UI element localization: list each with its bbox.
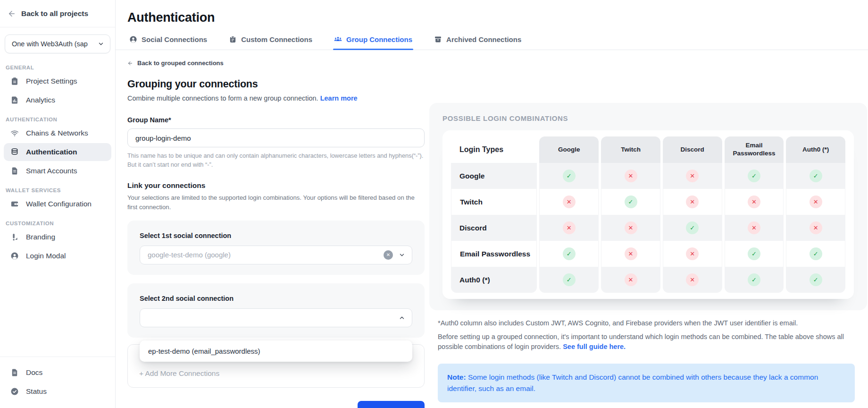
check-icon: ✓	[563, 170, 576, 182]
combinations-description-text: Before setting up a grouped connection, …	[438, 333, 844, 350]
cross-icon: ✕	[563, 196, 576, 208]
table-cell: ✓	[539, 163, 599, 189]
check-icon: ✓	[563, 247, 576, 260]
table-cell: ✕	[539, 189, 599, 215]
sidebar-item-status[interactable]: Status	[4, 382, 111, 400]
group-name-input[interactable]	[127, 128, 425, 147]
section-label-customization: CUSTOMIZATION	[0, 221, 115, 226]
sidebar-item-analytics[interactable]: Analytics	[4, 91, 111, 109]
table-row-label: Email Passwordless	[451, 241, 537, 267]
sidebar-item-label: Branding	[26, 233, 55, 241]
learn-more-link[interactable]: Learn more	[320, 94, 358, 102]
cross-icon: ✕	[686, 170, 699, 182]
section-label-wallet-services: WALLET SERVICES	[0, 187, 115, 193]
table-cell: ✕	[601, 215, 660, 241]
sidebar: Back to all projects One with Web3Auth (…	[0, 0, 116, 408]
first-connection-card: Select 1st social connection google-test…	[127, 221, 425, 275]
sidebar-item-label: Analytics	[26, 96, 55, 104]
sidebar-item-label: Docs	[26, 368, 42, 377]
back-to-projects-label: Back to all projects	[21, 9, 88, 18]
cross-icon: ✕	[686, 247, 699, 260]
check-icon: ✓	[810, 247, 822, 260]
sidebar-item-chains-networks[interactable]: Chains & Networks	[4, 124, 111, 142]
first-connection-label: Select 1st social connection	[140, 232, 412, 239]
table-column-header-discord: Discord	[663, 136, 722, 163]
archived-connections-icon	[434, 35, 442, 43]
clear-selection-icon[interactable]: ✕	[384, 250, 393, 260]
table-row-auth0: Auth0 (*)✓✕✕✓✓	[451, 267, 845, 293]
group-form: Back to grouped connections Grouping you…	[127, 50, 425, 408]
sidebar-item-login-modal[interactable]: Login Modal	[4, 247, 111, 265]
combinations-panel: POSSIBLE LOGIN COMBINATIONS Login TypesG…	[429, 103, 867, 310]
table-row-email-passwordless: Email Passwordless✓✕✕✓✓	[451, 241, 845, 267]
second-connection-select[interactable]	[140, 308, 412, 327]
table-cell: ✕	[539, 215, 599, 241]
authentication-icon	[10, 148, 19, 156]
tab-custom-connections[interactable]: Custom Connections	[228, 34, 313, 50]
table-cell: ✓	[725, 163, 784, 189]
table-cell: ✕	[663, 267, 722, 293]
check-icon: ✓	[810, 273, 822, 286]
sidebar-item-project-settings[interactable]: Project Settings	[4, 72, 111, 90]
note-text: Some login methods (like Twitch and Disc…	[447, 373, 818, 392]
sidebar-item-wallet-configuration[interactable]: Wallet Configuration	[4, 195, 111, 213]
cross-icon: ✕	[563, 221, 576, 234]
table-cell: ✓	[601, 189, 660, 215]
check-icon: ✓	[748, 247, 760, 260]
combinations-table-card: Login TypesGoogleTwitchDiscordEmail Pass…	[442, 130, 854, 299]
form-actions: Create Group	[127, 401, 425, 408]
add-more-label: + Add More Connections	[139, 369, 219, 378]
tab-social-connections[interactable]: Social Connections	[128, 34, 208, 50]
first-connection-select[interactable]: google-test-demo (google) ✕	[140, 246, 412, 264]
table-cell: ✕	[601, 241, 660, 267]
back-to-projects-link[interactable]: Back to all projects	[0, 0, 115, 27]
tab-group-connections[interactable]: Group Connections	[333, 34, 413, 50]
check-icon: ✓	[748, 273, 760, 286]
table-cell: ✕	[663, 189, 722, 215]
table-row-label: Auth0 (*)	[451, 267, 537, 293]
combinations-notes: *Auth0 column also includes Custom JWT, …	[438, 319, 855, 402]
tab-archived-connections[interactable]: Archived Connections	[433, 34, 522, 50]
back-to-grouped-link[interactable]: Back to grouped connections	[127, 60, 425, 67]
custom-connections-icon	[229, 35, 237, 43]
combinations-column: POSSIBLE LOGIN COMBINATIONS Login TypesG…	[429, 103, 868, 402]
cross-icon: ✕	[625, 170, 637, 182]
sidebar-item-docs[interactable]: Docs	[4, 364, 111, 382]
login-modal-icon	[10, 252, 19, 260]
sidebar-item-label: Chains & Networks	[26, 129, 88, 137]
table-cell: ✓	[725, 267, 784, 293]
section-label-general: GENERAL	[0, 65, 115, 70]
tab-label: Group Connections	[346, 35, 412, 43]
back-to-grouped-label: Back to grouped connections	[137, 60, 224, 67]
status-icon	[10, 387, 19, 396]
sidebar-divider	[0, 27, 115, 27]
sidebar-item-authentication[interactable]: Authentication	[4, 143, 111, 161]
create-group-button[interactable]: Create Group	[358, 401, 425, 408]
app-root: Back to all projects One with Web3Auth (…	[0, 0, 868, 408]
table-row-label: Twitch	[451, 189, 537, 215]
sidebar-item-label: Status	[26, 387, 47, 396]
tab-label: Archived Connections	[446, 35, 521, 43]
table-cell: ✕	[786, 215, 845, 241]
dropdown-option-ep-test-demo[interactable]: ep-test-demo (email_passwordless)	[140, 340, 412, 362]
table-cell: ✓	[663, 215, 722, 241]
sidebar-item-smart-accounts[interactable]: Smart Accounts	[4, 162, 111, 180]
page-title: Authentication	[116, 10, 868, 25]
sidebar-item-branding[interactable]: Branding	[4, 228, 111, 246]
check-icon: ✓	[748, 170, 760, 182]
tab-label: Social Connections	[142, 35, 207, 43]
tab-bar: Social ConnectionsCustom ConnectionsGrou…	[116, 34, 868, 50]
cross-icon: ✕	[810, 221, 822, 234]
link-connections-title: Link your connections	[127, 181, 425, 190]
table-cell: ✕	[725, 189, 784, 215]
table-row-google: Google✓✕✕✓✓	[451, 163, 845, 189]
sidebar-nav: GENERALProject SettingsAnalyticsAUTHENTI…	[0, 57, 115, 266]
project-selector[interactable]: One with Web3Auth (sap	[5, 34, 110, 53]
project-selector-value: One with Web3Auth (sap	[12, 40, 95, 48]
full-guide-link[interactable]: See full guide here.	[563, 343, 626, 350]
sidebar-item-label: Authentication	[26, 148, 77, 156]
chevron-down-icon	[98, 41, 104, 47]
table-column-header-google: Google	[539, 136, 599, 163]
form-subtitle-text: Combine multiple connections to form a n…	[127, 94, 318, 102]
table-row-twitch: Twitch✕✓✕✕✕	[451, 189, 845, 215]
